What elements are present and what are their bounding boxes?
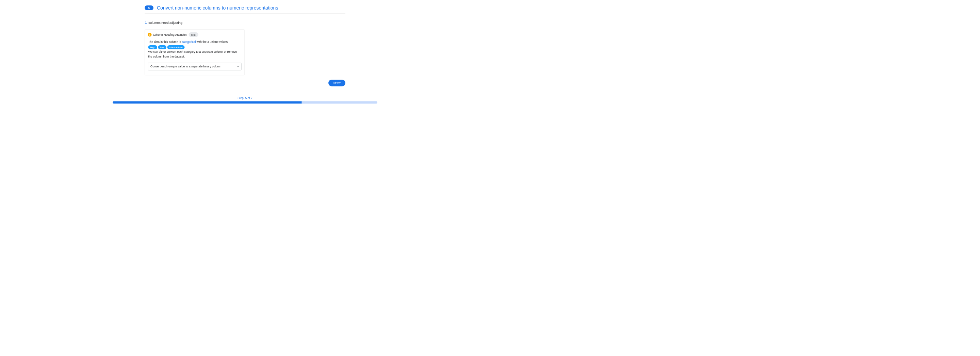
column-attention-card: ! Column Needing Attention: Risk The dat… — [145, 30, 245, 76]
next-button[interactable]: NEXT — [328, 79, 345, 86]
action-select-wrap: Convert each unique value to a seperate … — [148, 63, 242, 70]
footer-actions: NEXT — [145, 79, 345, 86]
card-header-label: Column Needing Attention: — [153, 33, 188, 37]
desc-keyword: categorical — [182, 40, 196, 44]
summary-line: 1 columns need adjusting — [145, 20, 345, 25]
alert-icon: ! — [148, 33, 152, 37]
summary-count: 1 — [145, 20, 147, 25]
divider — [145, 13, 345, 14]
step-header: 5 Convert non-numeric columns to numeric… — [145, 0, 345, 13]
desc-mid: with the 3 unique values: — [196, 40, 228, 44]
desc-line2: We can either convert each category to a… — [148, 50, 242, 59]
chevron-down-icon — [237, 66, 239, 67]
step-number-pill: 5 — [145, 5, 153, 10]
value-pill: High — [148, 45, 157, 49]
card-description: The data in this column is categorical w… — [148, 40, 242, 59]
progress-bar — [113, 102, 377, 104]
value-pill: Intermediate — [167, 45, 185, 49]
step-title: Convert non-numeric columns to numeric r… — [157, 5, 278, 11]
action-select-value: Convert each unique value to a seperate … — [150, 65, 221, 68]
action-select[interactable]: Convert each unique value to a seperate … — [148, 63, 242, 70]
progress-fill — [113, 102, 301, 104]
value-pills: High Low Intermediate — [148, 45, 185, 49]
summary-text: columns need adjusting — [148, 21, 182, 24]
alert-icon-glyph: ! — [150, 33, 150, 36]
column-name-chip: Risk — [189, 32, 199, 37]
value-pill: Low — [158, 45, 166, 49]
card-header: ! Column Needing Attention: Risk — [148, 32, 242, 37]
progress-area: Step: 5 of 7 — [112, 97, 378, 104]
step-indicator: Step: 5 of 7 — [112, 97, 378, 100]
desc-period: . — [185, 46, 185, 49]
desc-prefix: The data in this column is — [148, 40, 182, 44]
step-number: 5 — [148, 6, 150, 10]
